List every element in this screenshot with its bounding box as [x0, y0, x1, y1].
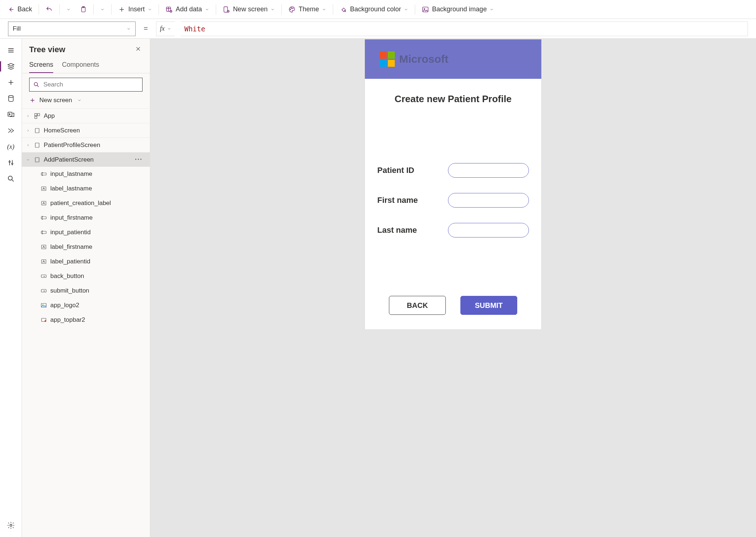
node-label: input_patientid	[50, 229, 91, 236]
plus-icon	[29, 97, 36, 104]
svg-rect-20	[35, 116, 37, 118]
undo-more-button[interactable]	[63, 5, 74, 14]
close-panel-button[interactable]	[134, 45, 143, 54]
back-form-label: BACK	[407, 301, 428, 310]
svg-rect-23	[35, 158, 39, 162]
svg-point-8	[293, 8, 293, 8]
formula-input[interactable]	[181, 22, 748, 36]
tree-node-back_button[interactable]: back_button	[22, 269, 150, 283]
chevron-right-icon	[26, 143, 31, 147]
left-rail: (x)	[0, 39, 22, 537]
plus-icon	[118, 6, 125, 13]
canvas: Microsoft Create new Patient Profile Pat…	[150, 39, 756, 537]
node-label: back_button	[50, 273, 84, 280]
svg-rect-33	[41, 304, 46, 308]
tree-node-patient_creation_label[interactable]: patient_creation_label	[22, 196, 150, 210]
node-label: patient_creation_label	[50, 200, 111, 207]
insert-button[interactable]: Insert	[114, 3, 156, 15]
control-icon	[40, 287, 47, 294]
tree-node-input_firstname[interactable]: input_firstname	[22, 210, 150, 225]
submit-button[interactable]: SUBMIT	[460, 296, 517, 315]
svg-point-13	[9, 161, 10, 162]
bg-color-button[interactable]: Background color	[336, 3, 412, 15]
search-box[interactable]	[29, 78, 143, 92]
tree-node-label_lastname[interactable]: label_lastname	[22, 181, 150, 196]
separator	[159, 4, 159, 15]
tree-node-app_topbar2[interactable]: app_topbar2	[22, 313, 150, 327]
node-label: HomeScreen	[44, 127, 80, 134]
svg-rect-24	[41, 173, 46, 175]
insert-pane-button[interactable]	[2, 75, 20, 90]
back-button[interactable]: Back	[4, 3, 36, 15]
tree-title: Tree view	[29, 45, 65, 54]
separator	[111, 4, 112, 15]
advanced-tools-button[interactable]	[2, 155, 20, 170]
tree-view-panel: Tree view Screens Components New screen	[22, 39, 150, 537]
control-icon	[40, 215, 47, 221]
chevron-down-icon	[404, 7, 408, 12]
hamburger-button[interactable]	[2, 43, 20, 58]
tree-node-homescreen[interactable]: HomeScreen	[22, 123, 150, 138]
undo-button[interactable]	[42, 4, 56, 15]
tree-view-button[interactable]	[2, 59, 20, 74]
svg-point-6	[290, 9, 291, 10]
screen-plus-icon	[223, 6, 230, 13]
input-patientid[interactable]	[448, 163, 529, 178]
ellipsis-icon: ···	[135, 156, 143, 163]
chevron-down-icon	[167, 27, 171, 31]
tree-node-label_patientid[interactable]: label_patientid	[22, 254, 150, 269]
label-patientid: Patient ID	[377, 166, 414, 175]
control-icon	[40, 244, 47, 250]
tree-node-label_firstname[interactable]: label_firstname	[22, 240, 150, 254]
chevron-down-icon	[322, 7, 326, 12]
more-button[interactable]: ···	[135, 156, 146, 163]
tab-screens[interactable]: Screens	[29, 57, 53, 73]
input-firstname[interactable]	[448, 193, 529, 208]
tab-components[interactable]: Components	[62, 57, 99, 73]
node-label: App	[44, 112, 55, 120]
tree-node-app[interactable]: App	[22, 108, 150, 123]
search-button[interactable]	[2, 171, 20, 186]
search-input[interactable]	[43, 81, 139, 88]
svg-point-17	[34, 82, 38, 86]
tree-node-input_patientid[interactable]: input_patientid	[22, 225, 150, 240]
new-screen-row[interactable]: New screen	[22, 94, 150, 108]
chevron-down-icon	[126, 27, 131, 31]
data-button[interactable]	[2, 91, 20, 106]
fx-button[interactable]: fx	[156, 22, 175, 36]
paste-button[interactable]	[76, 4, 90, 15]
tree-node-submit_button[interactable]: submit_button	[22, 283, 150, 298]
svg-rect-18	[35, 113, 37, 116]
formula-bar: Fill = fx	[0, 19, 756, 39]
back-form-button[interactable]: BACK	[389, 296, 446, 315]
chevron-down-icon	[148, 7, 152, 12]
tree-node-app_logo2[interactable]: app_logo2	[22, 298, 150, 313]
settings-button[interactable]	[2, 518, 20, 533]
property-select[interactable]: Fill	[8, 22, 136, 36]
input-lastname[interactable]	[448, 223, 529, 237]
tree-node-input_lastname[interactable]: input_lastname	[22, 167, 150, 181]
media-button[interactable]	[2, 107, 20, 122]
add-data-button[interactable]: Add data	[162, 3, 213, 15]
bg-image-button[interactable]: Background image	[418, 3, 498, 15]
back-label: Back	[17, 5, 32, 13]
tree-node-addpatientscreen[interactable]: AddPatientScreen ···	[22, 152, 150, 167]
separator	[415, 4, 415, 15]
chevron-down-icon	[205, 7, 209, 12]
tree-list: App HomeScreen PatientProfileScreen AddP…	[22, 108, 150, 537]
table-plus-icon	[165, 6, 173, 13]
label-firstname: First name	[377, 196, 418, 205]
variables-button[interactable]: (x)	[2, 139, 20, 154]
node-label: app_topbar2	[50, 316, 85, 324]
tree-node-patientprofilescreen[interactable]: PatientProfileScreen	[22, 138, 150, 152]
microsoft-logo-icon	[379, 51, 395, 67]
property-value: Fill	[13, 25, 21, 32]
theme-button[interactable]: Theme	[285, 3, 330, 15]
new-screen-button[interactable]: New screen	[219, 3, 278, 15]
power-automate-button[interactable]	[2, 123, 20, 138]
svg-point-15	[8, 176, 12, 180]
image-icon	[422, 6, 429, 13]
search-icon	[33, 81, 40, 88]
svg-point-7	[291, 8, 292, 8]
paste-more-button[interactable]	[97, 5, 108, 14]
